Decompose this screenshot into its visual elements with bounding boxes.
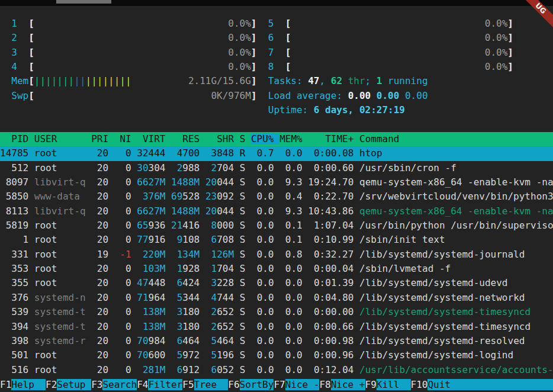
- process-row[interactable]: 5850 www-data 20 0 376M 69528 23092 S 0.…: [0, 189, 553, 204]
- fnkey-f3-key[interactable]: F3: [91, 379, 102, 390]
- cpu-6-label: 6: [268, 32, 285, 43]
- column-header-virt[interactable]: VIRT: [137, 133, 165, 144]
- cpu-pct-cell: 0.0: [251, 205, 274, 217]
- fnkey-f6-key[interactable]: F6: [228, 379, 239, 390]
- fnkey-f3-label[interactable]: Search: [102, 379, 137, 390]
- cpu-6-value: 0.0%: [485, 32, 508, 43]
- process-row[interactable]: 1 root 20 0 77916 9108 6708 S 0.0 0.1 0:…: [0, 233, 553, 247]
- command-cell: /usr/lib/accountsservice/accounts-: [359, 364, 553, 375]
- pid-cell: 14785: [0, 147, 28, 159]
- column-header-shr[interactable]: SHR: [205, 133, 234, 144]
- state-cell: S: [240, 292, 246, 303]
- load-15min: 0.00: [405, 90, 428, 101]
- running-word: running: [382, 75, 427, 86]
- column-header-time[interactable]: TIME+: [308, 133, 353, 144]
- column-header-pri[interactable]: PRI: [91, 133, 108, 144]
- process-row[interactable]: 516 root 20 0 281M 6912 6052 S 0.0 0.0 0…: [0, 363, 553, 377]
- fnkey-f1-label[interactable]: Help: [11, 379, 46, 390]
- res-cell: 6: [177, 277, 183, 288]
- time-cell: 19:24.70: [308, 176, 353, 188]
- state-cell: S: [240, 234, 246, 245]
- time-cell: 10:43.86: [308, 205, 353, 217]
- user-cell: libvirt-q: [34, 176, 86, 188]
- time-cell: 1:07.04: [308, 220, 353, 231]
- process-row[interactable]: 512 root 20 0 30304 2988 2704 S 0.0 0.0 …: [0, 161, 553, 175]
- user-cell: www-data: [34, 191, 86, 202]
- mem-pct-cell: 0.0: [279, 306, 303, 317]
- process-row[interactable]: 355 root 20 0 47448 6424 3228 S 0.0 0.0 …: [0, 276, 553, 290]
- mem-pct-cell: 0.0: [279, 277, 303, 288]
- process-row[interactable]: 8113 libvirt-q 20 0 6627M 1488M 20044 S …: [0, 204, 553, 219]
- user-cell: root: [34, 249, 86, 260]
- state-cell: S: [240, 176, 246, 188]
- cpu-pct-cell: 0.0: [251, 292, 274, 303]
- fnkey-f2-key[interactable]: F2: [46, 379, 57, 390]
- fnkey-f9-key[interactable]: F9: [365, 379, 377, 390]
- nice-cell: 0: [114, 306, 131, 317]
- fnkey-f6-label[interactable]: SortBy: [240, 379, 274, 390]
- mem-pct-cell: 0.1: [279, 220, 303, 231]
- mem-pct-cell: 0.0: [279, 349, 303, 361]
- fnkey-f10-label[interactable]: Quit: [427, 379, 553, 390]
- top-tab: [56, 0, 111, 4]
- fnkey-f1-key[interactable]: F1: [0, 379, 11, 390]
- fnkey-f2-label[interactable]: Setup: [57, 379, 91, 390]
- process-row[interactable]: 5819 root 20 0 65936 21416 8000 S 0.0 0.…: [0, 219, 553, 233]
- cpu-3-value: 0.0%: [228, 47, 251, 58]
- column-header-cpu[interactable]: CPU%: [251, 133, 279, 144]
- command-cell: /usr/sbin/cron -f: [359, 162, 456, 173]
- column-header-mem[interactable]: MEM%: [279, 133, 303, 144]
- command-cell: /lib/systemd/systemd-logind: [359, 349, 513, 361]
- fnkey-f10-key[interactable]: F10: [411, 379, 428, 390]
- mem-pct-cell: 9.3: [279, 176, 303, 188]
- user-cell: systemd-t: [34, 321, 86, 332]
- fnkey-f7-label[interactable]: Nice -: [285, 379, 320, 390]
- nice-cell: 0: [114, 335, 131, 346]
- time-cell: 0:00.96: [308, 349, 353, 361]
- threads-word: thr: [342, 75, 365, 86]
- fnkey-f5-label[interactable]: Tree: [194, 379, 229, 390]
- mem-pct-cell: 0.0: [279, 162, 303, 173]
- res-cell: 2: [177, 162, 183, 173]
- shr-cell: 2: [211, 162, 217, 173]
- load-average-label: Load average:: [268, 90, 348, 101]
- process-row[interactable]: 331 root 19 -1 220M 134M 126M S 0.0 0.8 …: [0, 248, 553, 262]
- shr-cell: 20: [205, 205, 217, 217]
- fnkey-f4-label[interactable]: Filter: [148, 379, 182, 390]
- fnkey-f8-label[interactable]: Nice +: [331, 379, 365, 390]
- column-header-s[interactable]: S: [240, 133, 246, 144]
- fnkey-f7-key[interactable]: F7: [274, 379, 285, 390]
- state-cell: R: [240, 147, 246, 159]
- swap-meter-open: [: [28, 90, 34, 101]
- column-header-user[interactable]: USER: [34, 133, 86, 144]
- column-header-res[interactable]: RES: [171, 133, 200, 144]
- process-row[interactable]: 501 root 20 0 70600 5972 5196 S 0.0 0.0 …: [0, 348, 553, 362]
- process-row[interactable]: 376 systemd-n 20 0 71964 5344 4744 S 0.0…: [0, 291, 553, 305]
- process-row[interactable]: 8097 libvirt-q 20 0 6627M 1488M 20044 S …: [0, 175, 553, 189]
- state-cell: S: [240, 321, 246, 332]
- process-row[interactable]: 539 systemd-t 20 0 138M 3180 2652 S 0.0 …: [0, 305, 553, 319]
- cpu-2-meter-close: ]: [251, 32, 257, 43]
- column-header-cmd[interactable]: Command: [359, 133, 399, 144]
- process-row[interactable]: 398 systemd-r 20 0 70984 6464 5464 S 0.0…: [0, 334, 553, 348]
- command-cell: qemu-system-x86_64 -enable-kvm -na: [359, 205, 553, 217]
- process-row[interactable]: 14785 root 20 0 32444 4700 3848 R 0.7 0.…: [0, 146, 553, 160]
- time-cell: 0:00.98: [308, 335, 353, 346]
- tasks-count: 47: [308, 75, 319, 86]
- fnkey-f8-key[interactable]: F8: [319, 379, 330, 390]
- fnkey-f9-label[interactable]: Kill: [377, 379, 411, 390]
- column-header-ni[interactable]: NI: [114, 133, 131, 144]
- nice-cell: 0: [114, 292, 131, 303]
- time-cell: 0:04.80: [308, 292, 353, 303]
- spacer-row: [0, 118, 553, 132]
- fnkey-f5-key[interactable]: F5: [182, 379, 194, 390]
- command-cell: /sbin/init text: [359, 234, 445, 245]
- column-header-pid[interactable]: PID: [0, 133, 28, 144]
- process-row[interactable]: 353 root 20 0 103M 1928 1704 S 0.0 0.0 0…: [0, 262, 553, 276]
- state-cell: S: [240, 249, 246, 260]
- swap-meter-close: ]: [251, 90, 257, 101]
- process-row[interactable]: 394 systemd-t 20 0 138M 3180 2652 S 0.0 …: [0, 320, 553, 334]
- fnkey-f4-key[interactable]: F4: [137, 379, 148, 390]
- virt-cell: 138M: [143, 321, 166, 332]
- command-cell: /lib/systemd/systemd-journald: [359, 249, 525, 260]
